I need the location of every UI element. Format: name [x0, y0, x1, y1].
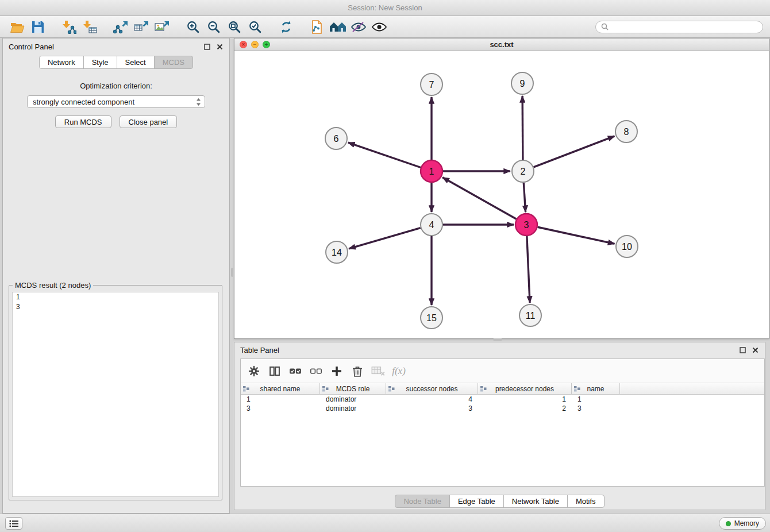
minimize-window-button[interactable]: − — [251, 41, 259, 48]
edge-3-10[interactable] — [538, 227, 615, 244]
table-cell[interactable]: 1 — [572, 395, 620, 404]
table-cell[interactable]: dominator — [320, 404, 386, 413]
criterion-dropdown[interactable]: strongly connected component — [27, 95, 205, 108]
table-cell[interactable]: 4 — [386, 395, 478, 404]
open-session-button[interactable] — [7, 18, 28, 36]
node-6[interactable]: 6 — [325, 128, 347, 149]
table-cell[interactable]: 3 — [386, 404, 478, 413]
zoom-in-button[interactable] — [183, 18, 203, 36]
import-table-button[interactable] — [79, 18, 100, 36]
deselect-all-icon — [310, 366, 322, 376]
show-columns-button[interactable] — [266, 363, 283, 380]
edge-3-1[interactable] — [442, 178, 516, 219]
edge-1-6[interactable] — [348, 142, 421, 167]
table-cell[interactable]: 3 — [241, 404, 320, 413]
node-4[interactable]: 4 — [421, 214, 442, 236]
network-canvas[interactable]: 7968124314101511 — [234, 51, 769, 338]
mcds-result-group: MCDS result (2 nodes) 13 — [9, 285, 222, 500]
trash-icon — [352, 365, 363, 377]
tab-mcds[interactable]: MCDS — [154, 56, 193, 69]
tab-select[interactable]: Select — [117, 56, 155, 69]
gear-icon — [248, 365, 260, 377]
select-all-button[interactable] — [287, 363, 304, 380]
table-cell[interactable]: 3 — [572, 404, 620, 413]
dropdown-arrows-icon — [196, 98, 201, 106]
hide-graphics-details-button[interactable] — [348, 18, 369, 36]
table-body[interactable]: 1dominator4113dominator323 — [241, 395, 764, 486]
add-column-button[interactable] — [328, 363, 345, 380]
home-button[interactable] — [328, 18, 348, 36]
zoom-fit-button[interactable] — [224, 18, 245, 36]
export-table-button[interactable] — [131, 18, 152, 36]
tab-node-table[interactable]: Node Table — [395, 495, 450, 508]
node-9[interactable]: 9 — [511, 72, 533, 94]
edge-4-14[interactable] — [349, 228, 421, 249]
tab-edge-table[interactable]: Edge Table — [449, 495, 504, 508]
close-window-button[interactable]: × — [240, 41, 247, 48]
float-panel-button[interactable] — [203, 43, 211, 51]
node-1[interactable]: 1 — [421, 160, 442, 182]
tab-motifs[interactable]: Motifs — [567, 495, 605, 508]
column-header-name[interactable]: name — [572, 383, 620, 395]
maximize-window-button[interactable]: + — [263, 41, 270, 48]
show-panels-button[interactable] — [5, 517, 22, 530]
float-table-panel-button[interactable] — [738, 346, 746, 354]
close-icon — [217, 44, 223, 50]
edge-2-8[interactable] — [534, 136, 615, 167]
node-15[interactable]: 15 — [421, 307, 442, 329]
zoom-selected-button[interactable] — [245, 18, 265, 36]
node-11[interactable]: 11 — [519, 304, 541, 326]
network-window-titlebar[interactable]: × − + scc.txt — [234, 38, 769, 51]
delete-column-button[interactable] — [349, 363, 366, 380]
table-cell[interactable]: 1 — [478, 395, 572, 404]
node-8[interactable]: 8 — [615, 121, 637, 142]
svg-text:8: 8 — [624, 127, 629, 137]
tab-network-table[interactable]: Network Table — [503, 495, 568, 508]
table-row[interactable]: 1dominator411 — [241, 395, 764, 404]
run-mcds-button[interactable]: Run MCDS — [55, 115, 111, 128]
table-row[interactable]: 3dominator323 — [241, 404, 764, 413]
show-graphics-details-button[interactable] — [369, 18, 390, 36]
node-14[interactable]: 14 — [326, 241, 348, 263]
export-network-button[interactable] — [110, 18, 131, 36]
node-2[interactable]: 2 — [512, 160, 534, 182]
table-cell[interactable]: 2 — [478, 404, 572, 413]
column-header-shared-name[interactable]: shared name — [241, 383, 320, 395]
column-header-successor-nodes[interactable]: successor nodes — [386, 383, 478, 395]
mcds-result-item[interactable]: 3 — [13, 302, 218, 312]
node-3[interactable]: 3 — [515, 214, 537, 236]
deselect-all-button[interactable] — [307, 363, 325, 380]
import-network-button[interactable] — [59, 18, 79, 36]
table-cell[interactable]: dominator — [320, 395, 386, 404]
zoom-out-button[interactable] — [203, 18, 224, 36]
export-image-button[interactable] — [152, 18, 172, 36]
column-header-MCDS-role[interactable]: MCDS role — [320, 383, 386, 395]
mcds-result-list[interactable]: 13 — [12, 292, 219, 497]
column-header-predecessor-nodes[interactable]: predecessor nodes — [478, 383, 572, 395]
table-cell[interactable]: 1 — [241, 395, 320, 404]
edge-2-9[interactable] — [522, 96, 523, 160]
edge-2-3[interactable] — [523, 183, 525, 212]
memory-button[interactable]: Memory — [719, 517, 766, 530]
paste-network-button[interactable] — [307, 18, 328, 36]
node-10[interactable]: 10 — [616, 236, 638, 257]
vertical-splitter-handle[interactable] — [231, 268, 233, 277]
memory-label: Memory — [734, 519, 759, 527]
save-session-button[interactable] — [28, 18, 48, 36]
network-canvas-svg[interactable]: 7968124314101511 — [234, 51, 769, 338]
mcds-result-item[interactable]: 1 — [13, 292, 218, 302]
edge-3-11[interactable] — [527, 236, 530, 303]
refresh-button[interactable] — [276, 18, 297, 36]
close-panel-button[interactable] — [215, 43, 224, 51]
table-settings-button[interactable] — [245, 363, 263, 380]
svg-text:9: 9 — [520, 79, 525, 88]
tab-network[interactable]: Network — [39, 56, 84, 69]
search-input[interactable] — [611, 23, 757, 31]
horizontal-splitter-handle[interactable] — [493, 338, 502, 341]
close-table-panel-button[interactable] — [751, 346, 759, 354]
close-panel-action-button[interactable]: Close panel — [120, 115, 178, 128]
tab-style[interactable]: Style — [83, 56, 117, 69]
svg-text:15: 15 — [426, 313, 437, 323]
node-7[interactable]: 7 — [421, 74, 442, 95]
search-field[interactable] — [595, 21, 763, 33]
